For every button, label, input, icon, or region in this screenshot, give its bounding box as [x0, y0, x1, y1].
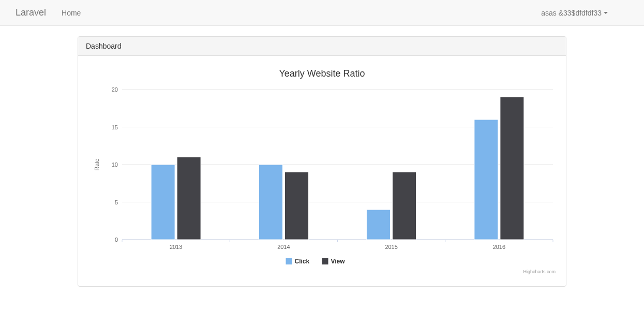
- x-tick-label: 2014: [277, 244, 290, 250]
- legend-label[interactable]: View: [331, 258, 346, 265]
- bar[interactable]: [151, 165, 175, 240]
- legend-swatch[interactable]: [286, 258, 292, 264]
- x-tick-label: 2015: [385, 244, 397, 250]
- y-tick-label: 5: [115, 199, 118, 205]
- user-dropdown[interactable]: asas &33$dfdfdf33: [541, 9, 608, 17]
- y-tick-label: 10: [112, 161, 118, 168]
- y-tick-label: 15: [112, 124, 118, 130]
- main-container: Dashboard Yearly Website Ratio05101520Ra…: [78, 36, 566, 287]
- bar[interactable]: [500, 97, 524, 240]
- dashboard-panel: Dashboard Yearly Website Ratio05101520Ra…: [78, 36, 566, 287]
- y-tick-label: 20: [112, 86, 118, 93]
- x-tick-label: 2013: [170, 244, 182, 250]
- navbar-left: Laravel Home: [8, 7, 88, 18]
- bar[interactable]: [259, 165, 282, 240]
- bar[interactable]: [393, 172, 416, 240]
- chart: Yearly Website Ratio05101520Rate20132014…: [86, 64, 558, 281]
- bar[interactable]: [284, 172, 308, 240]
- nav-home-link[interactable]: Home: [54, 9, 88, 17]
- bar[interactable]: [367, 210, 391, 240]
- panel-body: Yearly Website Ratio05101520Rate20132014…: [78, 56, 566, 286]
- panel-heading: Dashboard: [78, 37, 566, 56]
- navbar: Laravel Home asas &33$dfdfdf33: [0, 0, 644, 26]
- y-axis-label: Rate: [94, 158, 100, 170]
- chart-credits[interactable]: Highcharts.com: [523, 269, 556, 274]
- brand-link[interactable]: Laravel: [8, 7, 54, 18]
- legend-swatch[interactable]: [322, 258, 328, 264]
- user-label: asas &33$dfdfdf33: [541, 9, 602, 17]
- chevron-down-icon: [604, 12, 608, 14]
- chart-title: Yearly Website Ratio: [279, 68, 365, 79]
- navbar-right: asas &33$dfdfdf33: [541, 9, 636, 17]
- x-tick-label: 2016: [493, 244, 505, 250]
- legend-label[interactable]: Click: [295, 258, 310, 265]
- y-tick-label: 0: [115, 237, 118, 243]
- bar[interactable]: [177, 157, 201, 240]
- bar[interactable]: [474, 120, 498, 240]
